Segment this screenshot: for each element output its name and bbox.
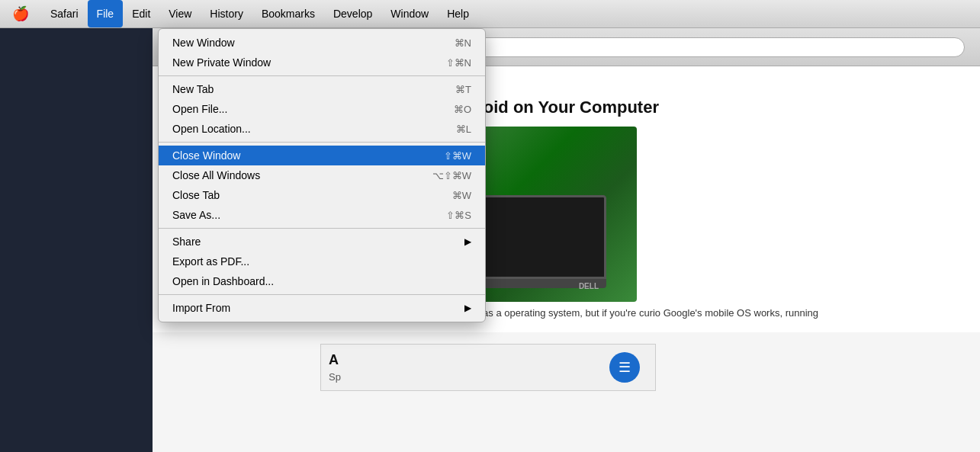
promo-sub: Sp bbox=[329, 371, 647, 383]
menu-item-label-close-window: Close Window bbox=[172, 149, 444, 162]
menu-separator-3 bbox=[159, 228, 485, 229]
view-menu-item[interactable]: View bbox=[159, 0, 201, 27]
menu-item-share[interactable]: Share ▶ bbox=[159, 232, 485, 252]
menu-item-new-window[interactable]: New Window ⌘N bbox=[159, 33, 485, 53]
menu-item-open-location[interactable]: Open Location... ⌘L bbox=[159, 119, 485, 139]
menu-shortcut-new-private-window: ⇧⌘N bbox=[446, 57, 471, 69]
laptop-screen bbox=[469, 195, 606, 279]
laptop-graphic bbox=[469, 195, 622, 294]
menu-item-new-tab[interactable]: New Tab ⌘T bbox=[159, 79, 485, 99]
bookmarks-menu-item[interactable]: Bookmarks bbox=[252, 0, 324, 27]
window-menu-item[interactable]: Window bbox=[381, 0, 438, 27]
menu-item-new-private-window[interactable]: New Private Window ⇧⌘N bbox=[159, 53, 485, 72]
menu-item-label-close-all-windows: Close All Windows bbox=[172, 169, 432, 181]
file-menu-item[interactable]: File bbox=[88, 0, 124, 27]
menu-shortcut-close-window: ⇧⌘W bbox=[444, 150, 471, 162]
develop-menu-item[interactable]: Develop bbox=[324, 0, 381, 27]
menu-item-export-pdf[interactable]: Export as PDF... bbox=[159, 252, 485, 271]
promo-circle-icon: ☰ bbox=[609, 352, 640, 383]
menu-separator-4 bbox=[159, 294, 485, 295]
browser-content: howtoogeek.com ks, By Geeks. How to Run … bbox=[0, 28, 980, 452]
menu-item-label-export-pdf: Export as PDF... bbox=[172, 255, 471, 268]
file-dropdown-menu[interactable]: New Window ⌘N New Private Window ⇧⌘N New… bbox=[158, 28, 486, 322]
menu-shortcut-new-window: ⌘N bbox=[455, 37, 471, 49]
promo-banner: A Sp ☰ bbox=[320, 344, 656, 391]
menu-item-open-file[interactable]: Open File... ⌘O bbox=[159, 99, 485, 119]
menu-shortcut-close-tab: ⌘W bbox=[452, 190, 471, 201]
dell-brand-label: DELL bbox=[579, 282, 599, 290]
menu-item-label-new-window: New Window bbox=[172, 37, 455, 49]
menu-shortcut-new-tab: ⌘T bbox=[455, 84, 471, 95]
menu-bar: 🍎 Safari File Edit View History Bookmark… bbox=[0, 0, 980, 28]
menu-item-close-tab[interactable]: Close Tab ⌘W bbox=[159, 185, 485, 205]
sidebar-panel bbox=[0, 28, 153, 452]
menu-item-open-dashboard[interactable]: Open in Dashboard... bbox=[159, 271, 485, 291]
menu-separator-2 bbox=[159, 142, 485, 143]
menu-item-close-window[interactable]: Close Window ⇧⌘W bbox=[159, 146, 485, 165]
menu-item-label-new-tab: New Tab bbox=[172, 83, 455, 95]
menu-separator-1 bbox=[159, 75, 485, 76]
history-menu-item[interactable]: History bbox=[201, 0, 252, 27]
list-icon: ☰ bbox=[619, 359, 631, 376]
edit-menu-item[interactable]: Edit bbox=[123, 0, 159, 27]
safari-menu-item[interactable]: Safari bbox=[41, 0, 88, 27]
menu-item-label-import-from: Import From bbox=[172, 302, 461, 314]
menu-item-label-open-location: Open Location... bbox=[172, 123, 456, 135]
menu-shortcut-close-all-windows: ⌥⇧⌘W bbox=[432, 170, 471, 181]
menu-item-close-all-windows[interactable]: Close All Windows ⌥⇧⌘W bbox=[159, 165, 485, 185]
menu-item-label-new-private-window: New Private Window bbox=[172, 56, 446, 69]
menu-item-label-share: Share bbox=[172, 236, 461, 248]
menu-item-import-from[interactable]: Import From ▶ bbox=[159, 298, 485, 318]
menu-shortcut-open-location: ⌘L bbox=[456, 123, 471, 135]
menu-item-label-open-dashboard: Open in Dashboard... bbox=[172, 275, 471, 287]
menu-item-label-save-as: Save As... bbox=[172, 209, 446, 221]
submenu-arrow-import: ▶ bbox=[464, 303, 471, 313]
menu-shortcut-open-file: ⌘O bbox=[454, 104, 471, 115]
promo-title: A bbox=[329, 352, 647, 368]
apple-icon: 🍎 bbox=[12, 5, 29, 22]
submenu-arrow-share: ▶ bbox=[464, 236, 471, 247]
menu-item-label-open-file: Open File... bbox=[172, 103, 454, 115]
menu-item-save-as[interactable]: Save As... ⇧⌘S bbox=[159, 205, 485, 225]
apple-menu-item[interactable]: 🍎 bbox=[0, 0, 41, 27]
help-menu-item[interactable]: Help bbox=[438, 0, 478, 27]
menu-shortcut-save-as: ⇧⌘S bbox=[446, 210, 471, 221]
menu-item-label-close-tab: Close Tab bbox=[172, 189, 452, 201]
